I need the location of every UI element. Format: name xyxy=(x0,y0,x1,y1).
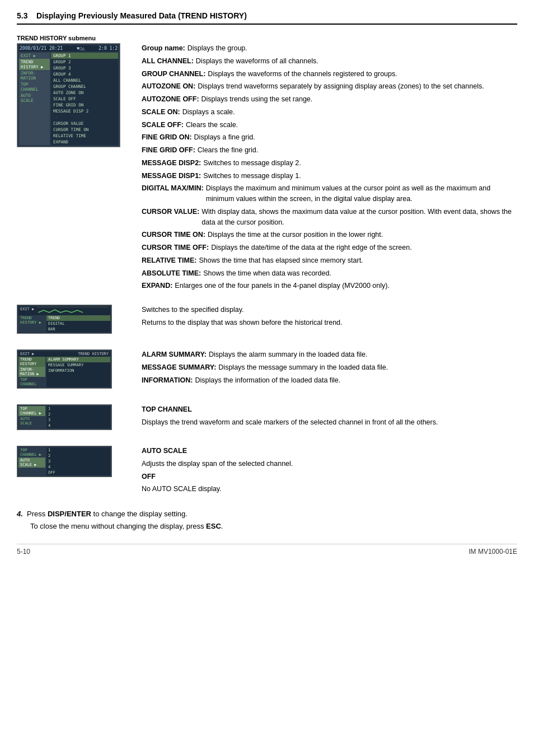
info-menu-message[interactable]: MESSAGE SUMMARY xyxy=(46,362,110,368)
desc-alarm-summary: ALARM SUMMARY: Displays the alarm summar… xyxy=(142,349,517,360)
auto-scale-2[interactable]: 2 xyxy=(46,453,110,459)
side-exit[interactable]: EXIT ▶ xyxy=(19,53,50,59)
desc-scale-on: SCALE ON: Displays a scale. xyxy=(142,107,517,118)
desc-fine-grid-on: FINE GRID ON: Displays a fine grid. xyxy=(142,132,517,143)
information-screenshot: EXIT ▶ TREND HISTORY TRENDHISTORY INFOR-… xyxy=(17,349,112,389)
menu-group1[interactable]: GROUP 1 xyxy=(51,53,118,59)
exit-waveform xyxy=(36,307,109,315)
info-ss-top-channel[interactable]: TOPCHANNEL xyxy=(18,377,45,387)
side-top-channel[interactable]: TOPCHANNEL xyxy=(19,81,50,92)
top-ch-side-item[interactable]: TOPCHANNEL ▶ xyxy=(18,406,45,416)
desc-fine-grid-on-key: FINE GRID ON: xyxy=(142,132,192,143)
exit-ss-row: TRENDHISTORY ▶ TREND DIGITAL BAR xyxy=(18,315,110,332)
desc-message-disp1-key: MESSAGE DISP1: xyxy=(142,171,201,181)
desc-top-channel: TOP CHANNEL xyxy=(142,404,517,415)
desc-cursor-time-off-val: Displays the date/time of the data at th… xyxy=(211,242,517,253)
top-ch-4[interactable]: 4 xyxy=(46,423,110,428)
exit-ss-sidebar: TRENDHISTORY ▶ xyxy=(18,315,45,332)
auto-scale-descriptions: AUTO SCALE Adjusts the display span of t… xyxy=(142,446,517,497)
desc-cursor-value-val: With display data, shows the maximum dat… xyxy=(202,207,517,228)
auto-scale-row: TOPCHANNEL ▶ AUTOSCALE ▶ 1 2 3 4 OFF xyxy=(18,447,110,475)
auto-scale-1[interactable]: 1 xyxy=(46,447,110,453)
auto-scale-side-item[interactable]: AUTOSCALE ▶ xyxy=(18,458,45,468)
menu-cursor-value[interactable]: CURSOR VALUE xyxy=(51,120,118,127)
info-menu-alarm[interactable]: ALARM SUMMARY xyxy=(46,357,110,362)
menu-fine-grid-on[interactable]: FINE GRID ON xyxy=(51,102,118,108)
desc-digital-maxmin-val: Displays the maximum and minimum values … xyxy=(206,183,517,204)
top-ch-auto-scale[interactable]: AUTOSCALE xyxy=(18,416,45,426)
desc-scale-off-val: Clears the scale. xyxy=(186,120,517,130)
auto-scale-off[interactable]: OFF xyxy=(46,470,110,475)
sidebar-col: EXIT ▶ TRENDHISTORY ▶ INFOR-MATION TOPCH… xyxy=(19,53,50,145)
menu-message-disp2[interactable]: MESSAGE DISP 2 xyxy=(51,108,118,114)
exit-ss-title: EXIT ▶ xyxy=(20,307,34,315)
top-ch-menu: 1 2 3 4 xyxy=(46,406,110,428)
topbar-num: 2:0 1:2 xyxy=(99,46,118,51)
exit-menu-bar[interactable]: BAR xyxy=(46,326,110,332)
top-ch-1[interactable]: 1 xyxy=(46,406,110,412)
exit-submenu-section: EXIT ▶ TRENDHISTORY ▶ TREND DIGITAL BA xyxy=(17,305,517,338)
exit-menu-digital[interactable]: DIGITAL xyxy=(46,321,110,326)
top-ch-sidebar: TOPCHANNEL ▶ AUTOSCALE xyxy=(18,406,45,428)
exit-descriptions: Switches to the specified display. Retur… xyxy=(142,305,517,338)
info-ss-trend-history[interactable]: TRENDHISTORY xyxy=(18,357,45,367)
desc-absolute-time: ABSOLUTE TIME: Shows the time when data … xyxy=(142,268,517,279)
top-ch-3[interactable]: 3 xyxy=(46,417,110,423)
auto-scale-3[interactable]: 3 xyxy=(46,459,110,464)
menu-screenshot: 2008/03/21 20:21 ▼○△ 2:0 1:2 EXIT ▶ TREN… xyxy=(17,43,120,147)
menu-autozone-on[interactable]: AUTO ZONE ON xyxy=(51,90,118,96)
desc-group-channel-val: Displays the waveforms of the channels r… xyxy=(208,69,517,80)
desc-off-detail: No AUTO SCALE display. xyxy=(142,484,517,494)
side-information[interactable]: INFOR-MATION xyxy=(19,70,50,81)
submenu-label: TREND HISTORY submenu xyxy=(17,35,517,41)
info-menu-information[interactable]: INFORMATION xyxy=(46,368,110,374)
waveform-svg xyxy=(38,308,83,315)
desc-scale-off: SCALE OFF: Clears the scale. xyxy=(142,120,517,130)
menu-scale-off[interactable]: SCALE OFF xyxy=(51,96,118,102)
auto-scale-top-ch[interactable]: TOPCHANNEL ▶ xyxy=(18,447,45,458)
desc-all-channel-key: ALL CHANNEL: xyxy=(142,56,194,67)
exit-ss-menu: TREND DIGITAL BAR xyxy=(46,315,110,332)
desc-top-channel-detail-val: Displays the trend waveform and scale ma… xyxy=(142,417,517,428)
menu-group3[interactable]: GROUP 3 xyxy=(51,65,118,71)
top-channel-screenshot-area: TOPCHANNEL ▶ AUTOSCALE 1 2 3 4 xyxy=(17,404,137,435)
desc-off-val: No AUTO SCALE display. xyxy=(142,484,517,494)
menu-group-channel[interactable]: GROUP CHANNEL xyxy=(51,83,118,90)
menu-cursor-time-on[interactable]: CURSOR TIME ON xyxy=(51,127,118,133)
exit-ss-trend-history[interactable]: TRENDHISTORY ▶ xyxy=(18,315,45,325)
desc-all-channel: ALL CHANNEL: Displays the waveforms of a… xyxy=(142,56,517,67)
desc-group-name-val: Displays the group. xyxy=(188,43,517,54)
desc-group-channel-key: GROUP CHANNEL: xyxy=(142,69,205,80)
top-channel-descriptions: TOP CHANNEL Displays the trend waveform … xyxy=(142,404,517,435)
desc-cursor-time-off-key: CURSOR TIME OFF: xyxy=(142,242,209,253)
desc-scale-on-val: Displays a scale. xyxy=(182,107,517,118)
menu-group4[interactable]: GROUP 4 xyxy=(51,71,118,77)
top-channel-section: TOPCHANNEL ▶ AUTOSCALE 1 2 3 4 TOP CHANN… xyxy=(17,404,517,435)
desc-auto-scale-header: AUTO SCALE xyxy=(142,446,517,456)
desc-absolute-time-val: Shows the time when data was recorded. xyxy=(203,268,517,279)
exit-menu-trend[interactable]: TREND xyxy=(46,315,110,321)
top-ch-row: TOPCHANNEL ▶ AUTOSCALE 1 2 3 4 xyxy=(18,406,110,428)
menu-row: EXIT ▶ TRENDHISTORY ▶ INFOR-MATION TOPCH… xyxy=(19,53,118,145)
desc-information-key: INFORMATION: xyxy=(142,375,193,386)
top-ch-2[interactable]: 2 xyxy=(46,412,110,417)
side-auto-scale[interactable]: AUTOSCALE xyxy=(19,92,50,104)
desc-top-channel-val xyxy=(194,404,517,415)
desc-returns-val: Returns to the display that was shown be… xyxy=(142,318,517,328)
menu-group2[interactable]: GROUP 2 xyxy=(51,59,118,65)
disp-enter-key: DISP/ENTER xyxy=(48,510,91,518)
page-header: 5.3 Displaying Previously Measured Data … xyxy=(17,11,517,25)
info-ss-row: TRENDHISTORY INFOR-MATION ▶ TOPCHANNEL A… xyxy=(18,357,110,387)
menu-all-channel[interactable]: ALL CHANNEL xyxy=(51,77,118,83)
desc-message-disp1: MESSAGE DISP1: Switches to message displ… xyxy=(142,171,517,181)
info-ss-information[interactable]: INFOR-MATION ▶ xyxy=(18,367,45,377)
desc-off-key: OFF xyxy=(142,472,156,482)
side-trend-history[interactable]: TRENDHISTORY ▶ xyxy=(19,59,50,70)
information-submenu-section: EXIT ▶ TREND HISTORY TRENDHISTORY INFOR-… xyxy=(17,349,517,393)
menu-relative-time[interactable]: RELATIVE TIME xyxy=(51,133,118,139)
desc-returns-display: Returns to the display that was shown be… xyxy=(142,318,517,328)
menu-expand[interactable]: EXPAND xyxy=(51,139,118,145)
auto-scale-4[interactable]: 4 xyxy=(46,464,110,470)
information-descriptions: ALARM SUMMARY: Displays the alarm summar… xyxy=(142,349,517,393)
desc-alarm-summary-val: Displays the alarm summary in the loaded… xyxy=(209,349,517,360)
